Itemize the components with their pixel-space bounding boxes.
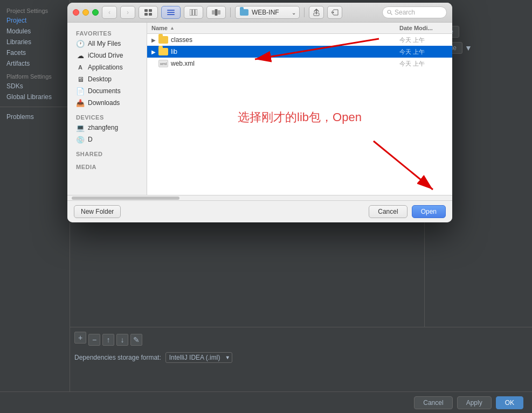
col-date-header: Date Modi...	[399, 25, 448, 31]
sidebar-item-documents-label: Documents	[88, 87, 121, 95]
sidebar-item-d-drive[interactable]: 💿 D	[67, 134, 147, 145]
sidebar-item-all-my-files[interactable]: 🕐 All My Files	[67, 38, 147, 50]
search-icon	[387, 10, 392, 15]
media-section: Media	[67, 160, 147, 173]
path-dropdown[interactable]: WEB-INF	[235, 6, 300, 19]
path-label: WEB-INF	[252, 9, 279, 16]
back-button[interactable]: ‹	[102, 6, 117, 19]
coverflow-button[interactable]	[206, 6, 226, 19]
devices-heading: Devices	[67, 112, 147, 122]
computer-icon: 💻	[76, 123, 85, 132]
svg-rect-4	[167, 10, 175, 11]
toolbar-separator-1	[230, 8, 231, 17]
file-row-lib[interactable]: ▶ lib 今天 上午	[147, 46, 452, 58]
sidebar-item-downloads-label: Downloads	[88, 99, 120, 107]
sidebar-item-desktop[interactable]: 🖥 Desktop	[67, 73, 147, 85]
sidebar-item-zhangfeng[interactable]: 💻 zhangfeng	[67, 122, 147, 134]
file-row-classes[interactable]: ▶ classes 今天 上午	[147, 34, 452, 46]
svg-rect-3	[149, 13, 152, 16]
sidebar-item-d-label: D	[88, 136, 93, 143]
svg-rect-1	[149, 9, 152, 12]
share-button[interactable]	[309, 6, 324, 19]
file-date-lib: 今天 上午	[399, 48, 448, 56]
column-view-button[interactable]	[184, 6, 203, 19]
documents-icon: 📄	[76, 87, 85, 95]
file-row-arrow-lib: ▶	[151, 49, 158, 55]
svg-rect-5	[167, 12, 175, 13]
folder-icon-classes	[158, 36, 169, 44]
svg-rect-6	[167, 14, 175, 15]
scrollbar-area	[67, 195, 452, 200]
new-folder-button[interactable]: New Folder	[74, 205, 121, 218]
sidebar-item-documents[interactable]: 📄 Documents	[67, 85, 147, 97]
favorites-heading: Favorites	[67, 28, 147, 38]
svg-rect-0	[144, 9, 148, 12]
mac-open-button[interactable]: Open	[412, 205, 446, 218]
svg-line-20	[374, 141, 433, 190]
disk-icon: 💿	[76, 135, 85, 144]
svg-line-16	[391, 13, 392, 15]
mac-toolbar: ‹ › WEB-INF	[67, 3, 452, 23]
maximize-button[interactable]	[92, 9, 99, 16]
svg-rect-8	[192, 9, 195, 16]
label-button[interactable]	[327, 6, 342, 19]
col-name-label: Name	[151, 25, 168, 31]
shared-heading: Shared	[67, 149, 147, 158]
scrollbar-thumb[interactable]	[72, 197, 179, 200]
file-row-webxml[interactable]: xml web.xml 今天 上午	[147, 58, 452, 69]
sidebar-item-all-my-files-label: All My Files	[88, 40, 121, 47]
list-view-button[interactable]	[161, 6, 181, 19]
mac-sidebar: Favorites 🕐 All My Files ☁ iCloud Drive …	[67, 23, 147, 195]
search-placeholder: Search	[395, 9, 415, 16]
footer-right-buttons: Cancel Open	[369, 205, 446, 218]
mac-file-list: Name ▲ Date Modi... ▶ classes 今天 上午	[147, 23, 452, 195]
sidebar-item-applications[interactable]: A Applications	[67, 61, 147, 73]
mac-file-dialog: ‹ › WEB-INF	[67, 3, 452, 222]
intellij-window: Project Settings Project Modules Librari…	[0, 0, 532, 413]
svg-rect-2	[144, 13, 148, 16]
file-name-webxml: web.xml	[171, 60, 399, 67]
xml-icon-webxml: xml	[158, 59, 169, 68]
path-folder-icon	[240, 9, 248, 16]
mac-cancel-button[interactable]: Cancel	[369, 205, 407, 218]
instruction-text: 选择刚才的lib包，Open	[238, 109, 362, 125]
downloads-icon: 📥	[76, 99, 85, 107]
svg-point-15	[388, 10, 391, 13]
sort-arrow-icon: ▲	[170, 25, 175, 31]
favorites-section: Favorites 🕐 All My Files ☁ iCloud Drive …	[67, 27, 147, 111]
file-list-header: Name ▲ Date Modi...	[147, 23, 452, 34]
sidebar-item-downloads[interactable]: 📥 Downloads	[67, 97, 147, 109]
file-name-classes: classes	[171, 36, 399, 44]
sidebar-item-zhangfeng-label: zhangfeng	[88, 124, 118, 131]
applications-icon: A	[76, 63, 85, 72]
dialog-overlay: ‹ › WEB-INF	[0, 0, 532, 413]
forward-button[interactable]: ›	[120, 6, 135, 19]
svg-rect-12	[218, 10, 220, 15]
folder-icon-lib	[158, 47, 169, 56]
mac-dialog-body: Favorites 🕐 All My Files ☁ iCloud Drive …	[67, 23, 452, 195]
mac-dialog-footer: New Folder Cancel Open	[67, 200, 452, 222]
media-heading: Media	[67, 162, 147, 171]
sidebar-item-icloud-label: iCloud Drive	[88, 52, 123, 59]
view-icon-button[interactable]	[139, 6, 158, 19]
sidebar-item-icloud-drive[interactable]: ☁ iCloud Drive	[67, 50, 147, 61]
sidebar-item-applications-label: Applications	[88, 64, 123, 71]
file-date-classes: 今天 上午	[399, 36, 448, 44]
file-name-lib: lib	[171, 48, 399, 55]
minimize-button[interactable]	[82, 9, 89, 16]
close-button[interactable]	[73, 9, 79, 16]
sidebar-item-desktop-label: Desktop	[88, 75, 112, 83]
file-date-webxml: 今天 上午	[399, 60, 448, 68]
toolbar-separator-2	[304, 8, 305, 17]
devices-section: Devices 💻 zhangfeng 💿 D	[67, 111, 147, 148]
col-name-header: Name ▲	[151, 25, 399, 31]
file-row-arrow-classes: ▶	[151, 37, 158, 43]
svg-point-14	[333, 12, 334, 13]
svg-rect-9	[195, 9, 197, 16]
desktop-icon: 🖥	[76, 75, 85, 83]
svg-rect-11	[215, 9, 218, 16]
svg-rect-7	[190, 9, 192, 16]
search-box[interactable]: Search	[382, 6, 447, 18]
icloud-icon: ☁	[76, 51, 85, 60]
svg-rect-10	[212, 10, 215, 15]
